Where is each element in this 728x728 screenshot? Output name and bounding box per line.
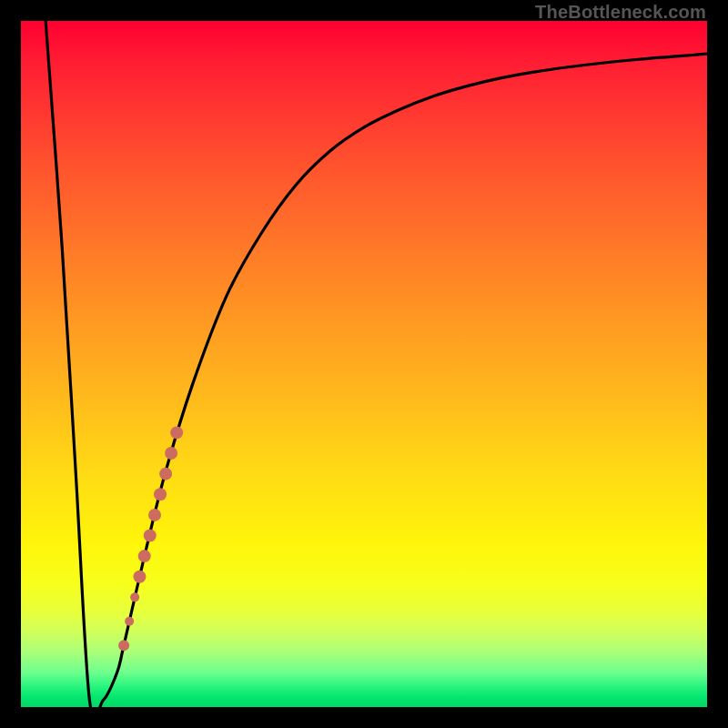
- plot-area: [21, 21, 707, 707]
- highlight-dot: [170, 426, 183, 439]
- highlight-dot: [138, 550, 151, 562]
- highlight-dot: [165, 447, 177, 460]
- chart-frame: TheBottleneck.com: [0, 0, 728, 728]
- highlight-dot: [144, 530, 157, 542]
- highlight-dot: [118, 640, 129, 651]
- highlight-dot: [148, 509, 161, 521]
- highlight-dot: [130, 592, 139, 602]
- highlight-dot: [125, 617, 134, 626]
- highlight-dots: [118, 426, 183, 651]
- highlight-dot: [133, 571, 146, 583]
- highlight-dot: [154, 488, 167, 500]
- bottleneck-curve: [46, 21, 707, 707]
- highlight-dot: [159, 468, 172, 480]
- attribution-text: TheBottleneck.com: [535, 2, 706, 23]
- curve-layer: [21, 21, 707, 707]
